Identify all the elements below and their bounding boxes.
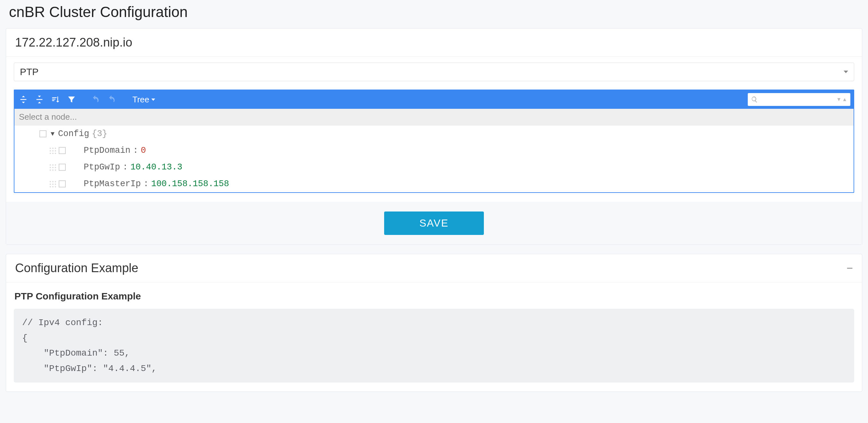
undo-icon: [89, 94, 101, 105]
drag-handle-icon[interactable]: [49, 180, 56, 188]
tree-value[interactable]: 0: [141, 146, 146, 155]
node-menu-icon[interactable]: [59, 147, 66, 154]
tree-count: {3}: [92, 129, 107, 139]
drag-handle-icon[interactable]: [49, 164, 56, 171]
node-menu-icon[interactable]: [59, 180, 66, 188]
example-panel: Configuration Example − PTP Configuratio…: [6, 254, 862, 392]
example-code-block: // Ipv4 config: { "PtpDomain": 55, "PtpG…: [14, 309, 854, 383]
chevron-down-icon: [151, 98, 155, 101]
tree-value[interactable]: 100.158.158.158: [151, 179, 229, 189]
config-type-value: PTP: [20, 66, 38, 77]
tree-value[interactable]: 10.40.13.3: [130, 162, 182, 172]
tree-key: Config: [58, 129, 89, 139]
tree-row[interactable]: PtpGwIp:10.40.13.3: [14, 159, 854, 175]
redo-icon: [105, 94, 117, 105]
example-subtitle: PTP Configuration Example: [14, 288, 854, 309]
save-button[interactable]: SAVE: [384, 212, 484, 235]
node-menu-icon[interactable]: [39, 130, 46, 137]
chevron-down-icon: [844, 70, 848, 73]
sort-icon[interactable]: [50, 94, 61, 105]
tree-key: PtpGwIp: [84, 162, 120, 172]
node-path-input[interactable]: Select a node...: [14, 109, 854, 125]
example-panel-title: Configuration Example: [15, 261, 138, 275]
tree-key: PtpMasterIp: [84, 179, 141, 189]
expand-all-icon[interactable]: [34, 94, 45, 105]
config-type-select[interactable]: PTP: [14, 63, 854, 81]
search-next-icon[interactable]: ▼: [836, 97, 841, 102]
expander-icon[interactable]: ▼: [49, 130, 56, 138]
tree-root[interactable]: ▼ Config {3}: [14, 125, 854, 142]
tree-separator: :: [133, 146, 138, 155]
search-icon: [751, 96, 758, 103]
host-address: 172.22.127.208.nip.io: [6, 29, 862, 57]
collapse-panel-icon[interactable]: −: [846, 262, 853, 274]
tree-row[interactable]: PtpDomain:0: [14, 142, 854, 159]
config-panel: 172.22.127.208.nip.io PTP: [6, 28, 862, 245]
node-menu-icon[interactable]: [59, 164, 66, 171]
tree-separator: :: [123, 162, 128, 172]
json-tree: ▼ Config {3} PtpDomain:0PtpGwIp:10.40.13…: [14, 125, 854, 192]
drag-handle-icon[interactable]: [49, 147, 56, 154]
tree-key: PtpDomain: [84, 146, 130, 155]
view-mode-select[interactable]: Tree: [129, 95, 158, 105]
page-title: cnBR Cluster Configuration: [6, 0, 862, 28]
tree-separator: :: [143, 179, 149, 189]
tree-row[interactable]: PtpMasterIp:100.158.158.158: [14, 175, 854, 192]
editor-search-input[interactable]: [761, 93, 825, 106]
json-editor: Tree ▼ ▲ Select a node...: [14, 89, 854, 193]
view-mode-label: Tree: [132, 95, 149, 105]
collapse-all-icon[interactable]: [18, 94, 29, 105]
filter-icon[interactable]: [66, 94, 77, 105]
editor-toolbar: Tree ▼ ▲: [14, 90, 854, 109]
editor-search[interactable]: ▼ ▲: [748, 93, 850, 106]
search-prev-icon[interactable]: ▲: [842, 97, 847, 102]
